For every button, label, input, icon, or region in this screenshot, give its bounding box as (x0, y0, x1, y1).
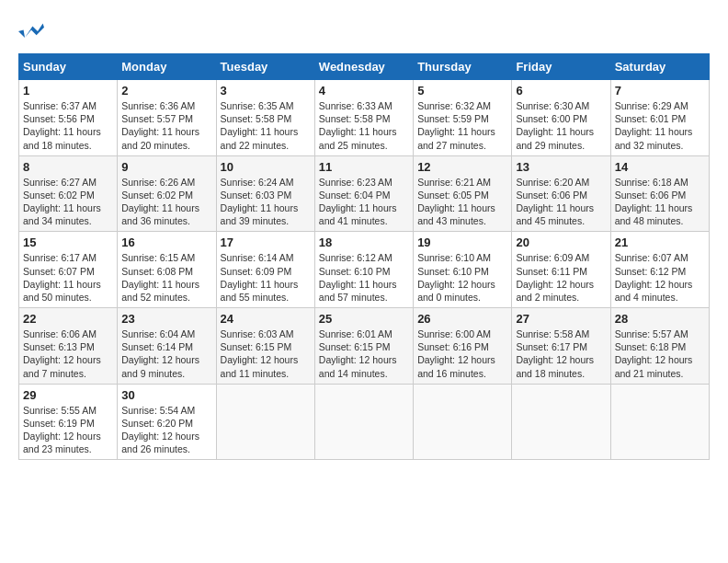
calendar-header: SundayMondayTuesdayWednesdayThursdayFrid… (19, 54, 710, 80)
day-info: Sunrise: 5:57 AM Sunset: 6:18 PM Dayligh… (615, 327, 705, 380)
day-info: Sunrise: 6:32 AM Sunset: 5:59 PM Dayligh… (417, 99, 507, 152)
day-number: 26 (417, 312, 507, 326)
calendar-cell: 4Sunrise: 6:33 AM Sunset: 5:58 PM Daylig… (314, 80, 413, 156)
day-info: Sunrise: 6:21 AM Sunset: 6:05 PM Dayligh… (417, 176, 507, 228)
day-info: Sunrise: 6:12 AM Sunset: 6:10 PM Dayligh… (319, 251, 409, 304)
day-info: Sunrise: 6:24 AM Sunset: 6:03 PM Dayligh… (221, 176, 311, 228)
calendar-cell: 10Sunrise: 6:24 AM Sunset: 6:03 PM Dayli… (216, 155, 314, 232)
day-info: Sunrise: 6:17 AM Sunset: 6:07 PM Dayligh… (23, 251, 113, 304)
day-number: 7 (615, 84, 705, 98)
calendar-cell (314, 384, 413, 460)
calendar-cell: 5Sunrise: 6:32 AM Sunset: 5:59 PM Daylig… (414, 80, 512, 156)
calendar-cell: 8Sunrise: 6:27 AM Sunset: 6:02 PM Daylig… (19, 155, 118, 232)
header-row: SundayMondayTuesdayWednesdayThursdayFrid… (19, 54, 710, 80)
calendar-cell: 29Sunrise: 5:55 AM Sunset: 6:19 PM Dayli… (19, 384, 118, 460)
calendar-week-4: 22Sunrise: 6:06 AM Sunset: 6:13 PM Dayli… (19, 308, 710, 385)
calendar-week-5: 29Sunrise: 5:55 AM Sunset: 6:19 PM Dayli… (19, 384, 710, 460)
svg-marker-1 (18, 30, 25, 38)
day-number: 5 (417, 84, 507, 98)
logo-icon (18, 18, 44, 44)
day-info: Sunrise: 5:55 AM Sunset: 6:19 PM Dayligh… (23, 404, 113, 456)
day-number: 29 (23, 388, 113, 402)
calendar-cell (610, 384, 709, 460)
day-info: Sunrise: 6:29 AM Sunset: 6:01 PM Dayligh… (615, 99, 705, 152)
day-info: Sunrise: 5:54 AM Sunset: 6:20 PM Dayligh… (121, 404, 211, 456)
day-info: Sunrise: 6:09 AM Sunset: 6:11 PM Dayligh… (516, 251, 606, 304)
day-info: Sunrise: 6:14 AM Sunset: 6:09 PM Dayligh… (221, 251, 311, 304)
calendar-cell: 12Sunrise: 6:21 AM Sunset: 6:05 PM Dayli… (414, 155, 512, 232)
header-cell-monday: Monday (118, 54, 216, 80)
calendar-cell: 7Sunrise: 6:29 AM Sunset: 6:01 PM Daylig… (610, 80, 709, 156)
header-cell-sunday: Sunday (19, 54, 118, 80)
day-number: 8 (23, 160, 113, 174)
day-info: Sunrise: 5:58 AM Sunset: 6:17 PM Dayligh… (516, 327, 606, 380)
page-header (18, 18, 710, 44)
header-cell-tuesday: Tuesday (216, 54, 314, 80)
day-number: 14 (615, 160, 705, 174)
day-info: Sunrise: 6:27 AM Sunset: 6:02 PM Dayligh… (23, 176, 113, 228)
day-info: Sunrise: 6:10 AM Sunset: 6:10 PM Dayligh… (417, 251, 507, 304)
calendar-cell (414, 384, 512, 460)
day-number: 6 (516, 84, 606, 98)
day-info: Sunrise: 6:03 AM Sunset: 6:15 PM Dayligh… (221, 327, 311, 380)
day-number: 27 (516, 312, 606, 326)
logo (18, 18, 48, 44)
day-number: 3 (221, 84, 311, 98)
calendar-cell: 13Sunrise: 6:20 AM Sunset: 6:06 PM Dayli… (512, 155, 610, 232)
day-info: Sunrise: 6:20 AM Sunset: 6:06 PM Dayligh… (516, 176, 606, 228)
day-number: 25 (319, 312, 409, 326)
day-number: 30 (121, 388, 211, 402)
calendar-cell: 9Sunrise: 6:26 AM Sunset: 6:02 PM Daylig… (118, 155, 216, 232)
day-number: 2 (121, 84, 211, 98)
calendar-week-2: 8Sunrise: 6:27 AM Sunset: 6:02 PM Daylig… (19, 155, 710, 232)
calendar-table: SundayMondayTuesdayWednesdayThursdayFrid… (18, 53, 710, 460)
day-number: 28 (615, 312, 705, 326)
calendar-week-3: 15Sunrise: 6:17 AM Sunset: 6:07 PM Dayli… (19, 232, 710, 308)
calendar-cell: 16Sunrise: 6:15 AM Sunset: 6:08 PM Dayli… (118, 232, 216, 308)
day-info: Sunrise: 6:15 AM Sunset: 6:08 PM Dayligh… (121, 251, 211, 304)
day-info: Sunrise: 6:36 AM Sunset: 5:57 PM Dayligh… (121, 99, 211, 152)
day-number: 22 (23, 312, 113, 326)
calendar-cell: 11Sunrise: 6:23 AM Sunset: 6:04 PM Dayli… (314, 155, 413, 232)
calendar-cell: 6Sunrise: 6:30 AM Sunset: 6:00 PM Daylig… (512, 80, 610, 156)
day-number: 15 (23, 236, 113, 249)
calendar-cell: 15Sunrise: 6:17 AM Sunset: 6:07 PM Dayli… (19, 232, 118, 308)
day-number: 23 (121, 312, 211, 326)
day-info: Sunrise: 6:07 AM Sunset: 6:12 PM Dayligh… (615, 251, 705, 304)
header-cell-saturday: Saturday (610, 54, 709, 80)
day-number: 19 (417, 236, 507, 249)
calendar-cell: 1Sunrise: 6:37 AM Sunset: 5:56 PM Daylig… (19, 80, 118, 156)
calendar-cell (216, 384, 314, 460)
day-number: 13 (516, 160, 606, 174)
header-cell-wednesday: Wednesday (314, 54, 413, 80)
calendar-cell: 20Sunrise: 6:09 AM Sunset: 6:11 PM Dayli… (512, 232, 610, 308)
calendar-cell: 30Sunrise: 5:54 AM Sunset: 6:20 PM Dayli… (118, 384, 216, 460)
day-info: Sunrise: 6:00 AM Sunset: 6:16 PM Dayligh… (417, 327, 507, 380)
calendar-week-1: 1Sunrise: 6:37 AM Sunset: 5:56 PM Daylig… (19, 80, 710, 156)
day-info: Sunrise: 6:18 AM Sunset: 6:06 PM Dayligh… (615, 176, 705, 228)
day-number: 11 (319, 160, 409, 174)
day-info: Sunrise: 6:35 AM Sunset: 5:58 PM Dayligh… (221, 99, 311, 152)
calendar-cell: 19Sunrise: 6:10 AM Sunset: 6:10 PM Dayli… (414, 232, 512, 308)
day-info: Sunrise: 6:23 AM Sunset: 6:04 PM Dayligh… (319, 176, 409, 228)
calendar-cell: 2Sunrise: 6:36 AM Sunset: 5:57 PM Daylig… (118, 80, 216, 156)
calendar-cell: 17Sunrise: 6:14 AM Sunset: 6:09 PM Dayli… (216, 232, 314, 308)
calendar-cell: 24Sunrise: 6:03 AM Sunset: 6:15 PM Dayli… (216, 308, 314, 385)
svg-marker-0 (25, 24, 44, 38)
day-number: 20 (516, 236, 606, 249)
day-info: Sunrise: 6:30 AM Sunset: 6:00 PM Dayligh… (516, 99, 606, 152)
day-info: Sunrise: 6:37 AM Sunset: 5:56 PM Dayligh… (23, 99, 113, 152)
day-number: 21 (615, 236, 705, 249)
day-number: 18 (319, 236, 409, 249)
day-info: Sunrise: 6:01 AM Sunset: 6:15 PM Dayligh… (319, 327, 409, 380)
day-number: 12 (417, 160, 507, 174)
calendar-cell: 21Sunrise: 6:07 AM Sunset: 6:12 PM Dayli… (610, 232, 709, 308)
day-number: 16 (121, 236, 211, 249)
day-number: 9 (121, 160, 211, 174)
day-info: Sunrise: 6:06 AM Sunset: 6:13 PM Dayligh… (23, 327, 113, 380)
calendar-cell: 23Sunrise: 6:04 AM Sunset: 6:14 PM Dayli… (118, 308, 216, 385)
calendar-cell: 14Sunrise: 6:18 AM Sunset: 6:06 PM Dayli… (610, 155, 709, 232)
calendar-cell: 27Sunrise: 5:58 AM Sunset: 6:17 PM Dayli… (512, 308, 610, 385)
calendar-cell: 22Sunrise: 6:06 AM Sunset: 6:13 PM Dayli… (19, 308, 118, 385)
day-number: 1 (23, 84, 113, 98)
